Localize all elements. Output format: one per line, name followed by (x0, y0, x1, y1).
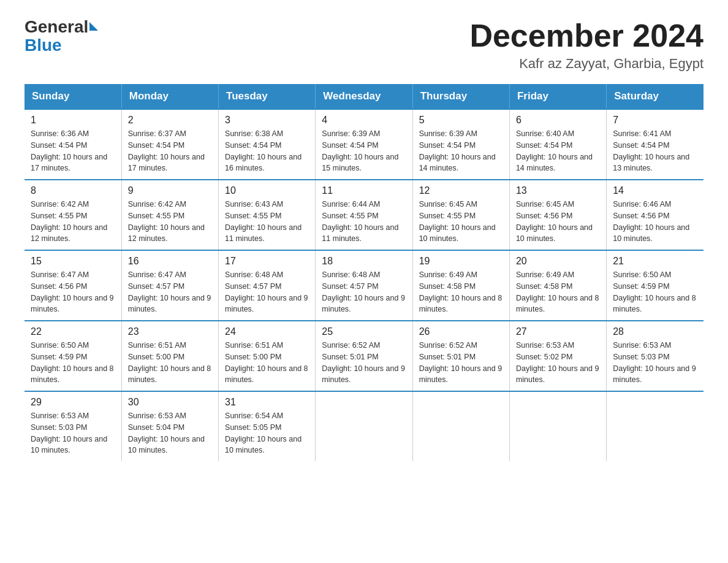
calendar-cell: 5 Sunrise: 6:39 AMSunset: 4:54 PMDayligh… (412, 109, 509, 180)
day-info: Sunrise: 6:39 AMSunset: 4:54 PMDaylight:… (419, 128, 503, 174)
column-header-friday: Friday (509, 84, 606, 109)
calendar-cell: 24 Sunrise: 6:51 AMSunset: 5:00 PMDaylig… (219, 321, 316, 391)
day-info: Sunrise: 6:49 AMSunset: 4:58 PMDaylight:… (419, 269, 503, 315)
day-number: 6 (516, 115, 600, 126)
day-info: Sunrise: 6:53 AMSunset: 5:02 PMDaylight:… (516, 340, 600, 386)
day-number: 4 (322, 115, 406, 126)
calendar-cell: 7 Sunrise: 6:41 AMSunset: 4:54 PMDayligh… (607, 109, 703, 180)
calendar-cell: 1 Sunrise: 6:36 AMSunset: 4:54 PMDayligh… (25, 109, 121, 180)
day-info: Sunrise: 6:54 AMSunset: 5:05 PMDaylight:… (225, 410, 309, 456)
calendar-cell: 22 Sunrise: 6:50 AMSunset: 4:59 PMDaylig… (25, 321, 121, 391)
calendar-cell: 31 Sunrise: 6:54 AMSunset: 5:05 PMDaylig… (219, 391, 316, 461)
location-title: Kafr az Zayyat, Gharbia, Egypt (469, 56, 703, 72)
day-info: Sunrise: 6:47 AMSunset: 4:57 PMDaylight:… (128, 269, 212, 315)
day-number: 11 (322, 185, 406, 196)
calendar-cell: 19 Sunrise: 6:49 AMSunset: 4:58 PMDaylig… (412, 250, 509, 321)
day-info: Sunrise: 6:41 AMSunset: 4:54 PMDaylight:… (613, 128, 697, 174)
day-number: 10 (225, 185, 309, 196)
day-info: Sunrise: 6:43 AMSunset: 4:55 PMDaylight:… (225, 199, 309, 245)
day-number: 19 (419, 256, 503, 267)
day-info: Sunrise: 6:48 AMSunset: 4:57 PMDaylight:… (322, 269, 406, 315)
day-info: Sunrise: 6:47 AMSunset: 4:56 PMDaylight:… (31, 269, 115, 315)
calendar-cell: 21 Sunrise: 6:50 AMSunset: 4:59 PMDaylig… (607, 250, 703, 321)
calendar-cell: 18 Sunrise: 6:48 AMSunset: 4:57 PMDaylig… (316, 250, 412, 321)
calendar-cell (412, 391, 509, 461)
calendar-cell: 14 Sunrise: 6:46 AMSunset: 4:56 PMDaylig… (607, 180, 703, 250)
calendar-cell: 17 Sunrise: 6:48 AMSunset: 4:57 PMDaylig… (219, 250, 316, 321)
day-number: 17 (225, 256, 309, 267)
day-number: 18 (322, 256, 406, 267)
day-number: 14 (613, 185, 697, 196)
day-number: 2 (128, 115, 212, 126)
calendar-cell: 23 Sunrise: 6:51 AMSunset: 5:00 PMDaylig… (121, 321, 218, 391)
day-number: 7 (613, 115, 697, 126)
day-number: 8 (31, 185, 115, 196)
day-number: 16 (128, 256, 212, 267)
day-number: 3 (225, 115, 309, 126)
calendar-week-row: 29 Sunrise: 6:53 AMSunset: 5:03 PMDaylig… (25, 391, 703, 461)
day-info: Sunrise: 6:38 AMSunset: 4:54 PMDaylight:… (225, 128, 309, 174)
column-header-thursday: Thursday (412, 84, 509, 109)
calendar-cell (509, 391, 606, 461)
logo: General Blue (25, 18, 98, 55)
calendar-cell: 15 Sunrise: 6:47 AMSunset: 4:56 PMDaylig… (25, 250, 121, 321)
calendar-cell: 28 Sunrise: 6:53 AMSunset: 5:03 PMDaylig… (607, 321, 703, 391)
calendar-cell: 8 Sunrise: 6:42 AMSunset: 4:55 PMDayligh… (25, 180, 121, 250)
day-number: 20 (516, 256, 600, 267)
calendar-cell: 10 Sunrise: 6:43 AMSunset: 4:55 PMDaylig… (219, 180, 316, 250)
day-number: 22 (31, 326, 115, 337)
day-info: Sunrise: 6:40 AMSunset: 4:54 PMDaylight:… (516, 128, 600, 174)
calendar-cell: 2 Sunrise: 6:37 AMSunset: 4:54 PMDayligh… (121, 109, 218, 180)
day-info: Sunrise: 6:49 AMSunset: 4:58 PMDaylight:… (516, 269, 600, 315)
column-header-sunday: Sunday (25, 84, 121, 109)
day-number: 23 (128, 326, 212, 337)
month-title: December 2024 (469, 18, 703, 53)
calendar-cell (316, 391, 412, 461)
column-header-monday: Monday (121, 84, 218, 109)
calendar-cell: 30 Sunrise: 6:53 AMSunset: 5:04 PMDaylig… (121, 391, 218, 461)
logo-text-general: General (25, 18, 88, 36)
day-info: Sunrise: 6:53 AMSunset: 5:03 PMDaylight:… (613, 340, 697, 386)
calendar-week-row: 8 Sunrise: 6:42 AMSunset: 4:55 PMDayligh… (25, 180, 703, 250)
day-info: Sunrise: 6:45 AMSunset: 4:55 PMDaylight:… (419, 199, 503, 245)
calendar-week-row: 22 Sunrise: 6:50 AMSunset: 4:59 PMDaylig… (25, 321, 703, 391)
day-info: Sunrise: 6:36 AMSunset: 4:54 PMDaylight:… (31, 128, 115, 174)
day-info: Sunrise: 6:42 AMSunset: 4:55 PMDaylight:… (31, 199, 115, 245)
day-info: Sunrise: 6:48 AMSunset: 4:57 PMDaylight:… (225, 269, 309, 315)
day-info: Sunrise: 6:52 AMSunset: 5:01 PMDaylight:… (419, 340, 503, 386)
calendar-week-row: 1 Sunrise: 6:36 AMSunset: 4:54 PMDayligh… (25, 109, 703, 180)
calendar-cell: 3 Sunrise: 6:38 AMSunset: 4:54 PMDayligh… (219, 109, 316, 180)
column-header-tuesday: Tuesday (219, 84, 316, 109)
day-info: Sunrise: 6:51 AMSunset: 5:00 PMDaylight:… (128, 340, 212, 386)
day-number: 9 (128, 185, 212, 196)
day-number: 27 (516, 326, 600, 337)
calendar-cell: 20 Sunrise: 6:49 AMSunset: 4:58 PMDaylig… (509, 250, 606, 321)
calendar-cell: 27 Sunrise: 6:53 AMSunset: 5:02 PMDaylig… (509, 321, 606, 391)
day-info: Sunrise: 6:50 AMSunset: 4:59 PMDaylight:… (31, 340, 115, 386)
calendar-week-row: 15 Sunrise: 6:47 AMSunset: 4:56 PMDaylig… (25, 250, 703, 321)
day-info: Sunrise: 6:50 AMSunset: 4:59 PMDaylight:… (613, 269, 697, 315)
calendar-cell: 6 Sunrise: 6:40 AMSunset: 4:54 PMDayligh… (509, 109, 606, 180)
calendar-cell: 29 Sunrise: 6:53 AMSunset: 5:03 PMDaylig… (25, 391, 121, 461)
day-number: 29 (31, 397, 115, 408)
calendar-cell: 25 Sunrise: 6:52 AMSunset: 5:01 PMDaylig… (316, 321, 412, 391)
day-number: 30 (128, 397, 212, 408)
day-info: Sunrise: 6:37 AMSunset: 4:54 PMDaylight:… (128, 128, 212, 174)
logo-text-blue: Blue (25, 36, 62, 55)
calendar-table: SundayMondayTuesdayWednesdayThursdayFrid… (25, 84, 703, 461)
day-number: 15 (31, 256, 115, 267)
day-number: 1 (31, 115, 115, 126)
column-header-wednesday: Wednesday (316, 84, 412, 109)
calendar-cell: 26 Sunrise: 6:52 AMSunset: 5:01 PMDaylig… (412, 321, 509, 391)
day-number: 12 (419, 185, 503, 196)
column-header-saturday: Saturday (607, 84, 703, 109)
title-block: December 2024 Kafr az Zayyat, Gharbia, E… (469, 18, 703, 72)
day-number: 25 (322, 326, 406, 337)
calendar-header-row: SundayMondayTuesdayWednesdayThursdayFrid… (25, 84, 703, 109)
calendar-cell: 11 Sunrise: 6:44 AMSunset: 4:55 PMDaylig… (316, 180, 412, 250)
day-info: Sunrise: 6:51 AMSunset: 5:00 PMDaylight:… (225, 340, 309, 386)
day-info: Sunrise: 6:39 AMSunset: 4:54 PMDaylight:… (322, 128, 406, 174)
calendar-cell: 13 Sunrise: 6:45 AMSunset: 4:56 PMDaylig… (509, 180, 606, 250)
day-number: 28 (613, 326, 697, 337)
calendar-cell: 16 Sunrise: 6:47 AMSunset: 4:57 PMDaylig… (121, 250, 218, 321)
